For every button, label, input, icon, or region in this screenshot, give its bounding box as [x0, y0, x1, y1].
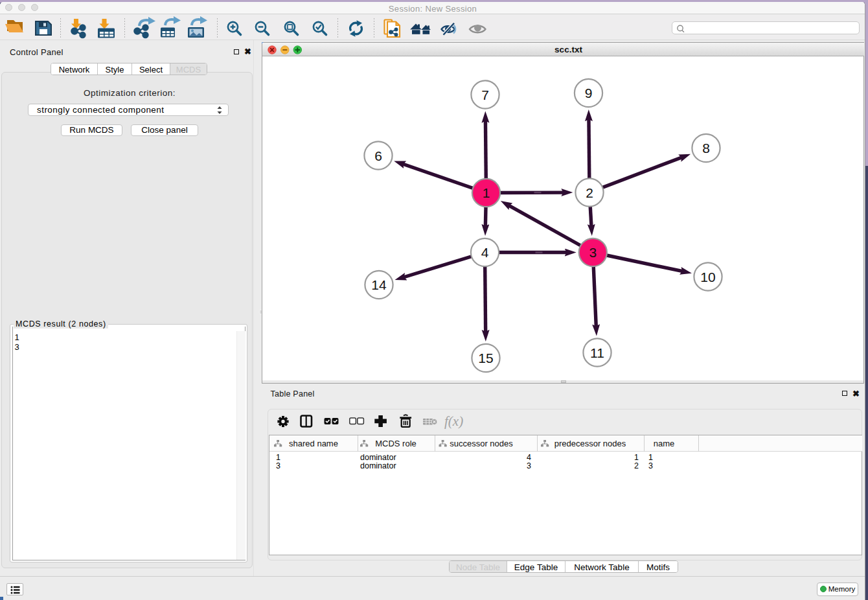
svg-text:4: 4 — [481, 245, 489, 260]
svg-text:2: 2 — [586, 185, 593, 200]
svg-text:f(x): f(x) — [444, 413, 463, 429]
svg-text:1: 1 — [483, 185, 490, 200]
svg-text:15: 15 — [478, 351, 493, 365]
svg-text:9: 9 — [585, 86, 593, 100]
svg-text:10: 10 — [700, 270, 715, 284]
svg-text:6: 6 — [374, 148, 382, 163]
svg-text:11: 11 — [590, 345, 604, 360]
svg-text:7: 7 — [481, 87, 489, 102]
svg-text:3: 3 — [589, 245, 597, 260]
svg-text:8: 8 — [702, 141, 710, 156]
svg-text:14: 14 — [371, 277, 387, 292]
